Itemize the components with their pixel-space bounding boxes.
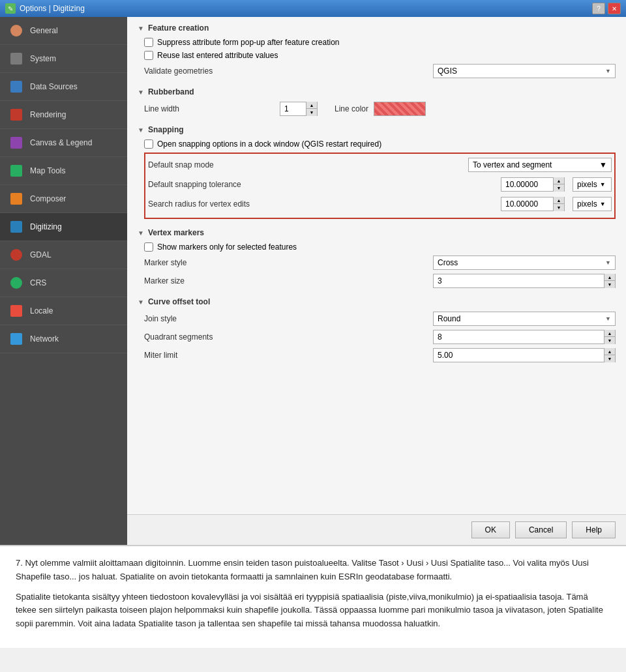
marker-size-row: Marker size 3 ▲ ▼ (144, 274, 616, 288)
suppress-checkbox[interactable] (144, 38, 153, 47)
snap-tolerance-label: Default snapping tolerance (148, 180, 496, 189)
close-title-button[interactable]: ✕ (608, 3, 621, 14)
miter-spinner[interactable]: 5.00 ▲ ▼ (433, 348, 616, 362)
sidebar-item-digitizing[interactable]: Digitizing (0, 213, 127, 241)
linewidth-spinner[interactable]: 1 ▲ ▼ (280, 102, 318, 116)
show-markers-checkbox[interactable] (144, 242, 153, 252)
snap-tolerance-up-button[interactable]: ▲ (554, 177, 564, 184)
snap-tolerance-spinner[interactable]: 10.00000 ▲ ▼ (501, 177, 565, 192)
main-panel: ▼ Feature creation Suppress attribute fo… (127, 17, 626, 514)
linewidth-down-button[interactable]: ▼ (306, 109, 317, 116)
snap-tolerance-down-button[interactable]: ▼ (554, 184, 564, 192)
help-title-button[interactable]: ? (592, 3, 605, 14)
curve-offset-title: Curve offset tool (148, 297, 210, 306)
curve-offset-arrow: ▼ (138, 299, 144, 306)
sidebar-label-locale: Locale (30, 306, 53, 315)
marker-size-spinner[interactable]: 3 ▲ ▼ (433, 274, 616, 288)
miter-up-button[interactable]: ▲ (604, 348, 615, 355)
snapping-section: ▼ Snapping Open snapping options in a do… (138, 125, 616, 219)
search-radius-unit-combo[interactable]: pixels ▼ (573, 197, 612, 211)
maptools-icon (9, 164, 23, 178)
snap-tolerance-row: Default snapping tolerance 10.00000 ▲ ▼ (148, 176, 612, 193)
cancel-button[interactable]: Cancel (515, 521, 567, 538)
sidebar-item-canvas[interactable]: Canvas & Legend (0, 129, 127, 157)
reuse-checkbox[interactable] (144, 51, 153, 60)
main-area: ▼ Feature creation Suppress attribute fo… (127, 17, 626, 545)
curve-offset-content: Join style Round ▼ Quadrant segments (138, 312, 616, 362)
linewidth-spinner-buttons: ▲ ▼ (306, 102, 317, 116)
vertex-markers-content: Show markers only for selected features … (138, 242, 616, 288)
miter-down-button[interactable]: ▼ (604, 355, 615, 362)
digitizing-icon (9, 220, 23, 234)
title-bar-buttons: ? ✕ (592, 3, 621, 14)
rendering-icon (9, 108, 23, 122)
marker-size-up-button[interactable]: ▲ (604, 274, 615, 281)
linewidth-up-button[interactable]: ▲ (306, 102, 317, 109)
reuse-row: Reuse last entered attribute values (144, 51, 616, 60)
sidebar-item-composer[interactable]: Composer (0, 185, 127, 213)
canvas-icon (9, 136, 23, 150)
search-radius-row: Search radius for vertex edits 10.00000 … (148, 196, 612, 212)
search-radius-unit-arrow-icon: ▼ (600, 201, 606, 207)
join-style-label: Join style (144, 314, 275, 323)
window-title: Options | Digitizing (20, 4, 85, 13)
miter-value: 5.00 (434, 349, 604, 362)
sidebar-item-general[interactable]: General (0, 17, 127, 45)
title-bar-left: ✎ Options | Digitizing (5, 3, 85, 14)
suppress-row: Suppress attribute form pop-up after fea… (144, 38, 616, 47)
help-button[interactable]: Help (572, 521, 616, 538)
sidebar-item-system[interactable]: System (0, 45, 127, 73)
marker-style-arrow-icon: ▼ (605, 259, 611, 266)
sidebar-label-network: Network (30, 334, 59, 343)
quadrant-up-button[interactable]: ▲ (604, 330, 615, 337)
search-radius-value: 10.00000 (501, 197, 554, 211)
sidebar-item-maptools[interactable]: Map Tools (0, 157, 127, 185)
marker-size-buttons: ▲ ▼ (604, 274, 615, 288)
linewidth-label: Line width (144, 104, 275, 113)
snap-tolerance-unit-combo[interactable]: pixels ▼ (573, 177, 612, 192)
rubberband-arrow: ▼ (138, 89, 144, 96)
datasources-icon (9, 80, 23, 94)
quadrant-down-button[interactable]: ▼ (604, 337, 615, 344)
quadrant-buttons: ▲ ▼ (604, 330, 615, 344)
search-radius-spinner[interactable]: 10.00000 ▲ ▼ (501, 197, 565, 211)
sidebar-label-system: System (30, 54, 56, 63)
open-snap-row: Open snapping options in a dock window (… (144, 139, 616, 149)
sidebar-item-datasources[interactable]: Data Sources (0, 73, 127, 101)
quadrant-spinner[interactable]: 8 ▲ ▼ (433, 330, 616, 344)
locale-icon (9, 304, 23, 318)
reuse-label: Reuse last entered attribute values (157, 51, 278, 60)
rubberband-content: Line width 1 ▲ ▼ Line color (138, 102, 616, 116)
join-style-combo[interactable]: Round ▼ (433, 312, 616, 326)
validate-row: Validate geometries QGIS ▼ (144, 64, 616, 78)
crs-icon (9, 276, 23, 290)
sidebar-item-rendering[interactable]: Rendering (0, 101, 127, 129)
rubberband-header: ▼ Rubberband (138, 87, 616, 96)
sidebar-item-crs[interactable]: CRS (0, 269, 127, 297)
sidebar-item-gdal[interactable]: GDAL (0, 241, 127, 269)
validate-value: QGIS (438, 66, 457, 76)
curve-offset-section: ▼ Curve offset tool Join style Round ▼ (138, 297, 616, 362)
sidebar-item-locale[interactable]: Locale (0, 297, 127, 325)
sidebar-item-network[interactable]: Network (0, 325, 127, 353)
system-icon (9, 51, 23, 66)
linecolor-picker[interactable] (374, 102, 426, 116)
default-snap-combo[interactable]: To vertex and segment ▼ (468, 158, 612, 172)
search-radius-label: Search radius for vertex edits (148, 199, 496, 209)
snapping-header: ▼ Snapping (138, 125, 616, 134)
sidebar-label-gdal: GDAL (30, 250, 52, 259)
quadrant-row: Quadrant segments 8 ▲ ▼ (144, 330, 616, 344)
body-text-area: 7. Nyt olemme valmiit aloittamaan digito… (0, 545, 626, 648)
search-radius-up-button[interactable]: ▲ (554, 197, 564, 204)
marker-size-down-button[interactable]: ▼ (604, 281, 615, 288)
open-snap-checkbox[interactable] (144, 139, 153, 149)
sidebar-label-canvas: Canvas & Legend (30, 138, 92, 147)
gdal-icon (9, 248, 23, 262)
search-radius-down-button[interactable]: ▼ (554, 204, 564, 211)
ok-button[interactable]: OK (471, 521, 510, 538)
marker-style-combo[interactable]: Cross ▼ (433, 256, 616, 270)
sidebar-label-datasources: Data Sources (30, 82, 78, 91)
validate-combo[interactable]: QGIS ▼ (433, 64, 616, 78)
sidebar-label-composer: Composer (30, 194, 66, 203)
show-markers-label: Show markers only for selected features (157, 242, 297, 252)
